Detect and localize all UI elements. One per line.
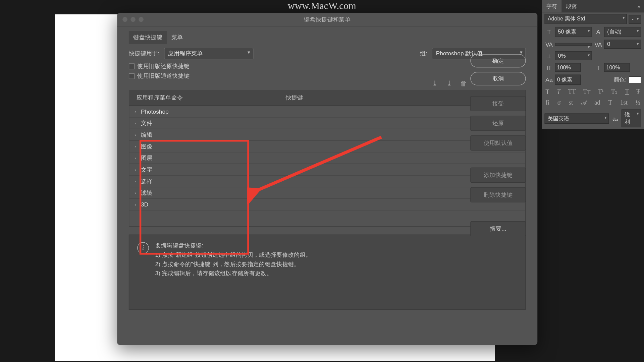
strike-icon[interactable]: Ŧ xyxy=(636,88,640,96)
tab-paragraph[interactable]: 段落 xyxy=(561,0,581,12)
st-icon[interactable]: st xyxy=(569,99,573,106)
superscript-icon[interactable]: T¹ xyxy=(598,88,604,96)
font-style-select[interactable]: - xyxy=(629,14,641,23)
tree-row[interactable]: ›文件 xyxy=(129,118,525,129)
aa-icon: aₐ xyxy=(611,115,620,122)
hscale-icon: IT xyxy=(545,64,554,71)
opentype-row: fi σ st 𝒜 ad T 1st ½ xyxy=(542,98,644,108)
color-swatch[interactable] xyxy=(629,76,641,83)
tab-shortcuts[interactable]: 键盘快捷键 xyxy=(129,31,167,44)
hscale-h-input[interactable]: 100% xyxy=(555,63,581,72)
tree-row[interactable]: ›图像 xyxy=(129,141,525,153)
info-box: i 要编辑键盘快捷键: 1) 点按"新建组"按钮创建选中组的拷贝，或选择要修改的… xyxy=(129,235,526,310)
dialog-titlebar: 键盘快捷键和菜单 xyxy=(117,13,537,26)
info-icon: i xyxy=(137,242,149,254)
ok-button[interactable]: 确定 xyxy=(470,54,526,67)
use-default-button[interactable]: 使用默认值 xyxy=(470,135,526,150)
font-family-select[interactable]: Adobe 黑体 Std xyxy=(545,14,627,24)
save-set-icon[interactable]: ⤓ xyxy=(431,79,439,87)
legacy-undo-checkbox[interactable]: 使用旧版还原快捷键 xyxy=(129,62,526,70)
col-shortcut: 快捷键 xyxy=(278,90,310,105)
tree-row[interactable]: ›图层 xyxy=(129,153,525,164)
vscale-input[interactable]: 0% xyxy=(555,51,592,60)
cancel-button[interactable]: 取消 xyxy=(470,72,526,85)
underline-icon[interactable]: T xyxy=(625,88,629,96)
t-icon[interactable]: T xyxy=(608,99,612,106)
kerning-icon: VA xyxy=(545,41,554,48)
sigma-icon[interactable]: σ xyxy=(557,99,561,106)
smallcaps-icon[interactable]: Tᴛ xyxy=(583,88,591,96)
font-size-icon: T xyxy=(545,28,554,35)
hscale-v-input[interactable]: 100% xyxy=(604,63,630,72)
vscale2-icon: T xyxy=(594,64,603,71)
dialog-title: 键盘快捷键和菜单 xyxy=(117,15,537,23)
script-a-icon[interactable]: 𝒜 xyxy=(581,99,586,106)
italic-icon[interactable]: T xyxy=(557,88,560,96)
delete-set-icon[interactable]: 🗑 xyxy=(460,79,468,87)
accept-button[interactable]: 接受 xyxy=(470,96,526,111)
half-icon[interactable]: ½ xyxy=(636,99,640,106)
tree-row[interactable]: ›编辑 xyxy=(129,129,525,141)
set-label: 组: xyxy=(420,50,427,58)
watermark: www.MacW.com xyxy=(255,0,389,12)
tree-row[interactable]: ›3D xyxy=(129,199,525,210)
tab-character[interactable]: 字符 xyxy=(542,0,562,12)
add-shortcut-button[interactable]: 添加快捷键 xyxy=(470,168,526,183)
fi-icon[interactable]: fi xyxy=(545,99,549,106)
tracking-input[interactable]: 0 xyxy=(604,40,641,49)
character-panel: 字符 段落 » Adobe 黑体 Std- T50 像素 A(自动) VA VA… xyxy=(542,0,644,129)
delete-shortcut-button[interactable]: 删除快捷键 xyxy=(470,187,526,202)
shortcuts-for-select[interactable]: 应用程序菜单 xyxy=(164,48,254,60)
tree-row[interactable]: ›滤镜 xyxy=(129,187,525,199)
summary-button[interactable]: 摘要... xyxy=(470,221,526,236)
1st-icon[interactable]: 1st xyxy=(620,99,628,106)
kerning-input[interactable] xyxy=(555,43,592,46)
bold-icon[interactable]: T xyxy=(545,88,549,96)
subscript-icon[interactable]: T₁ xyxy=(611,88,618,96)
baseline-input[interactable]: 0 像素 xyxy=(555,75,581,85)
baseline-icon: Aa xyxy=(545,76,554,83)
text-style-row: T T TT Tᴛ T¹ T₁ T Ŧ xyxy=(542,86,644,97)
save-set-as-icon[interactable]: ⤓ xyxy=(445,79,453,87)
vscale-icon: ⟂ xyxy=(545,53,554,59)
col-command: 应用程序菜单命令 xyxy=(129,90,278,105)
tree-row[interactable]: ›文字 xyxy=(129,164,525,176)
tab-menus[interactable]: 菜单 xyxy=(167,31,187,44)
color-label: 颜色: xyxy=(614,76,626,84)
shortcuts-for-label: 快捷键用于: xyxy=(129,50,159,58)
allcaps-icon[interactable]: TT xyxy=(568,88,576,96)
font-size-input[interactable]: 50 像素 xyxy=(555,27,592,37)
language-select[interactable]: 美国英语 xyxy=(545,113,609,124)
leading-icon: A xyxy=(594,28,603,35)
tracking-icon: VA xyxy=(594,41,603,48)
tree-row[interactable]: ›选择 xyxy=(129,176,525,187)
leading-input[interactable]: (自动) xyxy=(604,27,641,37)
tree-row[interactable]: ›Photoshop xyxy=(129,106,525,118)
ad-icon[interactable]: ad xyxy=(594,99,600,106)
undo-button[interactable]: 还原 xyxy=(470,116,526,131)
panel-expand-icon[interactable]: » xyxy=(638,4,644,9)
keyboard-shortcuts-dialog: 键盘快捷键和菜单 键盘快捷键 菜单 快捷键用于: 应用程序菜单 组: Photo… xyxy=(117,13,537,345)
antialias-select[interactable]: 锐利 xyxy=(622,110,641,127)
